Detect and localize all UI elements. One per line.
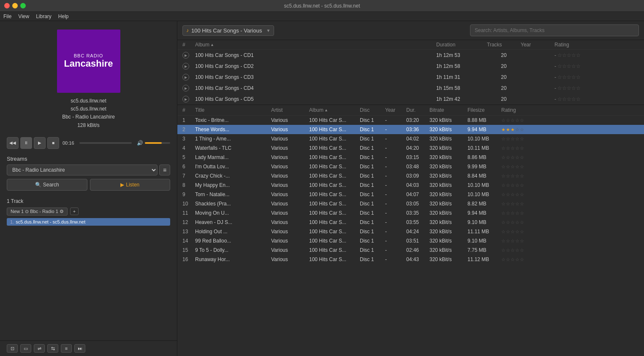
streams-menu-button[interactable]: ≡ bbox=[159, 165, 170, 175]
track-disc: Disc 1 bbox=[360, 191, 385, 197]
volume-slider[interactable] bbox=[145, 142, 170, 144]
track-year: - bbox=[385, 182, 406, 188]
track-row[interactable]: 3 1 Thing - Ame... Various 100 Hits Car … bbox=[177, 134, 644, 143]
track-disc: Disc 1 bbox=[360, 247, 385, 253]
track-bitrate: 320 kBit/s bbox=[429, 191, 467, 197]
track-filesize: 10.10 MB bbox=[467, 136, 501, 142]
track-year: - bbox=[385, 238, 406, 244]
track-disc: Disc 1 bbox=[360, 238, 385, 244]
track-row[interactable]: 1 Toxic - Britne... Various 100 Hits Car… bbox=[177, 116, 644, 125]
track-row[interactable]: 6 I'm Outta Lov... Various 100 Hits Car … bbox=[177, 162, 644, 171]
close-button[interactable] bbox=[4, 3, 10, 8]
list-button[interactable]: ≡ bbox=[61, 344, 72, 353]
track-title: My Happy En... bbox=[195, 182, 271, 188]
track-row[interactable]: 7 Crazy Chick -... Various 100 Hits Car … bbox=[177, 171, 644, 181]
track-artist: Various bbox=[271, 164, 309, 170]
album-row[interactable]: ▶ 100 Hits Car Songs - CD3 1h 11m 31 20 … bbox=[177, 72, 644, 83]
track-year: - bbox=[385, 201, 406, 207]
track-row[interactable]: 14 99 Red Balloo... Various 100 Hits Car… bbox=[177, 236, 644, 245]
track-album: 100 Hits Car S... bbox=[309, 238, 360, 244]
track-filesize: 8.88 MB bbox=[467, 117, 501, 123]
track-duration: 03:09 bbox=[406, 173, 429, 179]
minimize-button[interactable] bbox=[12, 3, 18, 8]
track-album: 100 Hits Car S... bbox=[309, 229, 360, 235]
track-album: 100 Hits Car S... bbox=[309, 247, 360, 253]
track-year: - bbox=[385, 145, 406, 151]
search-stream-button[interactable]: 🔍 Search bbox=[7, 179, 87, 191]
album-play-btn[interactable]: ▶ bbox=[182, 63, 189, 70]
track-row[interactable]: 2 These Words... Various 100 Hits Car S.… bbox=[177, 125, 644, 134]
album-play-btn[interactable]: ▶ bbox=[182, 74, 189, 81]
menu-file[interactable]: File bbox=[3, 13, 11, 19]
track-col-year: Year bbox=[385, 107, 406, 113]
track-num: 7 bbox=[182, 173, 195, 179]
track-bitrate: 320 kBit/s bbox=[429, 247, 467, 253]
stop-button[interactable]: ■ bbox=[47, 137, 59, 149]
track-num: 3 bbox=[182, 136, 195, 142]
streams-select[interactable]: Bbc - Radio Lancashire bbox=[7, 165, 158, 175]
track-row[interactable]: 15 9 To 5 - Dolly... Various 100 Hits Ca… bbox=[177, 245, 644, 255]
album-row[interactable]: ▶ 100 Hits Car Songs - CD5 1h 12m 42 20 … bbox=[177, 94, 644, 105]
menu-help[interactable]: Help bbox=[58, 13, 69, 19]
album-selector[interactable]: ♪ 100 Hits Car Songs - Various ▼ bbox=[182, 25, 274, 36]
track-row[interactable]: 16 Runaway Hor... Various 100 Hits Car S… bbox=[177, 255, 644, 264]
add-playlist-button[interactable]: + bbox=[70, 208, 79, 215]
album-row[interactable]: ▶ 100 Hits Car Songs - CD2 1h 12m 58 20 … bbox=[177, 61, 644, 72]
tracks-header: # Title Artist Album ▲ Disc Year Dur. Bi… bbox=[177, 105, 644, 116]
volume-icon: 🔊 bbox=[137, 140, 143, 146]
track-col-title: Title bbox=[195, 107, 271, 113]
track-row[interactable]: 13 Holding Out ... Various 100 Hits Car … bbox=[177, 227, 644, 236]
menu-view[interactable]: View bbox=[18, 13, 29, 19]
album-name: 100 Hits Car Songs - Various bbox=[191, 27, 262, 34]
playlist-tab-new[interactable]: New 1 ⊙ Bbc - Radio 1 ⚙ bbox=[7, 208, 68, 216]
menu-library[interactable]: Library bbox=[36, 13, 52, 19]
window-controls[interactable] bbox=[4, 3, 26, 8]
track-col-disc: Disc bbox=[360, 107, 385, 113]
pause-button[interactable]: ⏸ bbox=[20, 137, 32, 149]
track-bitrate: 320 kBit/s bbox=[429, 256, 467, 262]
track-row[interactable]: 12 Heaven - DJ S... Various 100 Hits Car… bbox=[177, 218, 644, 227]
track-num: 12 bbox=[182, 219, 195, 225]
album-row[interactable]: ▶ 100 Hits Car Songs - CD1 1h 12m 53 20 … bbox=[177, 50, 644, 61]
track-album: 100 Hits Car S... bbox=[309, 256, 360, 262]
track-row[interactable]: 8 My Happy En... Various 100 Hits Car S.… bbox=[177, 181, 644, 190]
track-bitrate: 320 kBit/s bbox=[429, 164, 467, 170]
play-button[interactable]: ▶ bbox=[34, 137, 46, 149]
track-row[interactable]: 4 Waterfalls - TLC Various 100 Hits Car … bbox=[177, 143, 644, 153]
layout-button-1[interactable]: ⊡ bbox=[7, 344, 18, 353]
station-bitrate: 128 kBit/s bbox=[62, 121, 115, 129]
album-play-btn[interactable]: ▶ bbox=[182, 85, 189, 92]
listen-button[interactable]: ▶ Listen bbox=[90, 179, 171, 191]
prev-button[interactable]: ◀◀ bbox=[7, 137, 19, 149]
album-play-btn[interactable]: ▶ bbox=[182, 52, 189, 59]
track-duration: 04:43 bbox=[406, 256, 429, 262]
shuffle-button[interactable]: ⇌ bbox=[34, 344, 45, 353]
progress-bar[interactable] bbox=[79, 142, 132, 144]
track-row[interactable]: 11 Moving On U... Various 100 Hits Car S… bbox=[177, 208, 644, 218]
skip-button[interactable]: ⏭ bbox=[74, 344, 85, 353]
track-title: Toxic - Britne... bbox=[195, 117, 271, 123]
track-duration: 03:55 bbox=[406, 219, 429, 225]
artwork: BBC RADIO Lancashire bbox=[57, 30, 120, 93]
track-num: 14 bbox=[182, 238, 195, 244]
layout-button-2[interactable]: ▭ bbox=[20, 344, 31, 353]
album-name: 100 Hits Car Songs - CD4 bbox=[195, 85, 436, 91]
album-name: 100 Hits Car Songs - CD3 bbox=[195, 74, 436, 80]
track-filesize: 10.11 MB bbox=[467, 145, 501, 151]
track-artist: Various bbox=[271, 127, 309, 132]
track-title: Shackles (Pra... bbox=[195, 201, 271, 207]
maximize-button[interactable] bbox=[20, 3, 26, 8]
track-row[interactable]: 10 Shackles (Pra... Various 100 Hits Car… bbox=[177, 199, 644, 208]
track-year: - bbox=[385, 191, 406, 197]
crossfade-button[interactable]: ⇆ bbox=[47, 344, 58, 353]
track-rating: ☆☆☆☆☆ bbox=[501, 173, 586, 179]
track-title: Runaway Hor... bbox=[195, 256, 271, 262]
track-row[interactable]: 9 Torn - Natalie... Various 100 Hits Car… bbox=[177, 190, 644, 199]
search-input[interactable] bbox=[470, 24, 639, 36]
track-row[interactable]: 5 Lady Marmal... Various 100 Hits Car S.… bbox=[177, 153, 644, 162]
track-num: 16 bbox=[182, 256, 195, 262]
album-row[interactable]: ▶ 100 Hits Car Songs - CD4 1h 15m 58 20 … bbox=[177, 83, 644, 94]
album-play-btn[interactable]: ▶ bbox=[182, 96, 189, 102]
track-title: I'm Outta Lov... bbox=[195, 164, 271, 170]
track-bitrate: 320 kBit/s bbox=[429, 154, 467, 160]
